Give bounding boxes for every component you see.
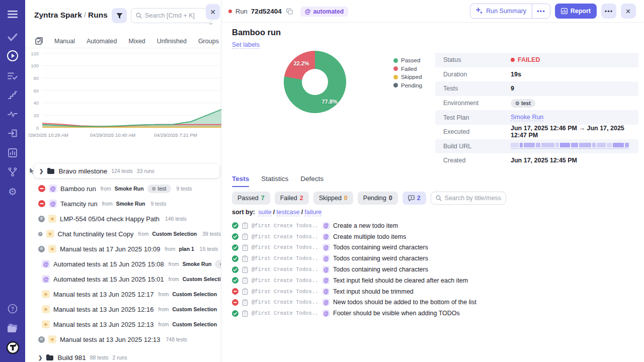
close-panel-button[interactable]: ✕ [206, 4, 220, 20]
manual-type-icon: ✳ [48, 335, 56, 343]
run-summary-button[interactable]: Run Summary [470, 4, 532, 18]
menu-icon[interactable] [0, 7, 25, 21]
run-summary-split-button: Run Summary ••• [470, 4, 550, 19]
run-list-item[interactable]: ✳Manual tests at 13 Jun 2025 12:13748 te… [25, 332, 221, 347]
test-row[interactable]: @first Create Todos...@Text input should… [232, 286, 636, 297]
run-name: Bamboo run [60, 185, 96, 193]
run-list-item[interactable]: ✳Manual tests at 17 Jun 2025 10:09frompl… [25, 241, 221, 256]
legend-label: Skipped [401, 74, 422, 80]
more-actions-button[interactable]: ••• [601, 4, 616, 19]
filter-skipped[interactable]: Skipped0 [313, 192, 353, 205]
filter-comments[interactable]: 2 [403, 192, 426, 205]
comment-icon [408, 195, 415, 201]
help-icon[interactable]: ? [0, 302, 25, 316]
info-label: Tests [435, 85, 511, 92]
import-icon[interactable] [0, 126, 25, 140]
settings-icon[interactable]: ⚙ [0, 185, 25, 199]
test-row[interactable]: @first Create Todos...@Create multiple t… [232, 231, 636, 242]
test-row[interactable]: @first Create Todos...@Footer should be … [232, 308, 636, 319]
tab-statistics[interactable]: Statistics [261, 175, 288, 187]
pulse-icon[interactable] [0, 107, 25, 121]
logo[interactable] [0, 340, 25, 354]
run-summary-more-button[interactable]: ••• [532, 4, 550, 18]
run-name: Manual tests at 13 Jun 2025 12:16 [53, 306, 153, 313]
clipboard-icon [242, 222, 248, 229]
tab-groups[interactable]: Groups [198, 38, 219, 45]
filter-label: Pending [363, 195, 386, 202]
run-from-label: from [101, 186, 111, 192]
run-name: Chat functinality test Copy [58, 230, 134, 238]
run-info-table: StatusFAILEDDuration19sTests9Environment… [435, 53, 638, 168]
test-row[interactable]: @first Create Todos...@Todos containing … [232, 242, 636, 253]
tests-search[interactable] [431, 192, 506, 205]
tab-mixed[interactable]: Mixed [128, 38, 145, 45]
test-suite: @first Create Todos... [252, 234, 319, 240]
runs-icon[interactable] [0, 49, 25, 63]
sort-by-failure[interactable]: failure [304, 209, 321, 216]
filter-failed[interactable]: Failed2 [275, 192, 309, 205]
breadcrumb-project[interactable]: Zyntra Spark [34, 11, 82, 19]
run-name: Manual tests at 17 Jun 2025 10:09 [60, 245, 160, 253]
projects-icon[interactable] [0, 321, 25, 335]
info-row: CreatedJun 17, 2025 12:45 PM [435, 153, 638, 168]
tab-automated[interactable]: Automated [87, 38, 117, 45]
manual-type-icon: ✳ [42, 305, 50, 313]
suites-icon[interactable] [0, 69, 25, 83]
test-title: Todos containing weird characters [333, 266, 428, 273]
folder-row[interactable]: ❯ Build 981 88 tests 2 runs [25, 350, 221, 362]
run-list-item[interactable]: @Bamboo runfromSmoke Run⚙test9 tests [25, 181, 221, 196]
milestones-icon[interactable] [0, 88, 25, 102]
close-run-button[interactable]: ✕ [621, 4, 636, 19]
run-from-label: from [165, 246, 175, 252]
tab-manual[interactable]: Manual [54, 38, 75, 45]
test-row[interactable]: @first Create Todos...@Text input field … [232, 275, 636, 286]
sort-by-suite[interactable]: suite [258, 209, 271, 216]
test-row[interactable]: @first Create Todos...@Todos containing … [232, 253, 636, 264]
chevron-right-icon[interactable]: ❯ [39, 168, 43, 174]
run-list-item[interactable]: ✳Manual tests at 13 Jun 2025 12:16fromCu… [25, 302, 221, 317]
multi-select-icon[interactable] [35, 37, 43, 45]
chevron-right-icon[interactable]: ❯ [38, 355, 42, 360]
resize-handle-icon[interactable]: ↔ [208, 20, 213, 26]
filter-button[interactable] [112, 8, 127, 23]
run-list-item[interactable]: ✳Chat functinality test CopyfromCustom S… [25, 226, 221, 241]
filter-passed[interactable]: Passed7 [232, 192, 270, 205]
branches-icon[interactable] [0, 165, 25, 179]
manual-type-icon: ✳ [42, 290, 50, 298]
set-labels-link[interactable]: Set labels [232, 41, 260, 49]
run-list-item[interactable]: @Automated tests at 15 Jun 2025 15:08fro… [25, 256, 221, 272]
test-row[interactable]: @first Create Todos...@New todos should … [232, 297, 636, 308]
tab-unfinished[interactable]: Unfinished [157, 38, 187, 45]
run-from-label: from [169, 276, 179, 282]
filter-label: Passed [237, 195, 259, 202]
copy-run-id-button[interactable] [285, 7, 294, 16]
filter-pending[interactable]: Pending0 [358, 192, 398, 205]
run-list-item[interactable]: ✳LMP-554 05/04 check Happy Path146 tests [25, 211, 221, 226]
failed-status-icon [38, 185, 45, 192]
run-detail-panel: Run 72d52404 @automated Run Summary ••• [222, 0, 644, 362]
runs-search[interactable] [131, 8, 212, 23]
breadcrumb-page: Runs [88, 11, 108, 19]
automated-type-icon: @ [323, 288, 330, 295]
test-plan-link[interactable]: Smoke Run [511, 114, 543, 121]
run-list-item[interactable]: @Teamcity runfromSmoke Run9 tests [25, 196, 221, 211]
tab-defects[interactable]: Defects [300, 175, 324, 187]
run-list-item[interactable]: @Automated tests at 15 Jun 2025 15:01fro… [25, 272, 221, 287]
test-row[interactable]: @first Create Todos...@Todos containing … [232, 264, 636, 275]
run-list-item[interactable]: ✳Manual tests at 13 Jun 2025 12:17fromCu… [25, 287, 221, 302]
info-label: Status [435, 56, 511, 63]
run-list-item[interactable]: ✳Manual tests at 13 Jun 2025 12:13fromCu… [25, 317, 221, 332]
milestone-row[interactable]: ❯ Bravo milestone 124 tests 33 runs [34, 164, 219, 178]
run-from-label: from [169, 261, 179, 267]
passed-status-icon [232, 255, 238, 262]
test-row[interactable]: @first Create Todos...@Create a new todo… [232, 220, 636, 231]
funnel-icon [116, 13, 123, 19]
sort-by-testcase[interactable]: testcase [276, 209, 300, 216]
analytics-icon[interactable] [0, 146, 25, 160]
tests-search-input[interactable] [445, 195, 501, 202]
tab-tests[interactable]: Tests [232, 175, 249, 187]
report-button[interactable]: Report [555, 4, 597, 19]
test-title: Create multiple todo items [333, 233, 406, 240]
tests-icon[interactable] [0, 30, 25, 44]
runs-search-input[interactable] [145, 12, 207, 19]
